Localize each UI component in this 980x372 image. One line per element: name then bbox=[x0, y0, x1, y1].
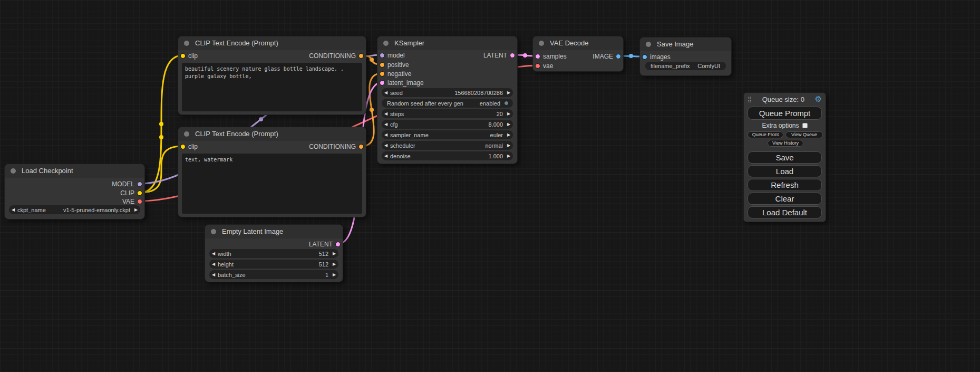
wire-midpoint-dot bbox=[370, 58, 374, 62]
sampler-name-widget[interactable]: ◀ sampler_name euler ▶ bbox=[382, 130, 513, 139]
input-slot-negative[interactable]: negative bbox=[377, 70, 517, 78]
increment-arrow-icon[interactable]: ▶ bbox=[330, 270, 338, 279]
negative-prompt-textarea[interactable]: text, watermark bbox=[182, 154, 362, 214]
steps-widget[interactable]: ◀ steps 20 ▶ bbox=[382, 109, 513, 118]
output-slot-latent[interactable]: LATENT bbox=[205, 241, 343, 248]
clear-button[interactable]: Clear bbox=[748, 193, 822, 205]
node-empty-latent-image[interactable]: Empty Latent Image LATENT ◀ width 512 ▶ … bbox=[205, 224, 343, 282]
node-title-bar[interactable]: VAE Decode bbox=[533, 36, 623, 50]
slot-dot-image[interactable] bbox=[642, 54, 647, 60]
node-title-bar[interactable]: CLIP Text Encode (Prompt) bbox=[178, 127, 366, 141]
decrement-arrow-icon[interactable]: ◀ bbox=[382, 109, 390, 118]
collapse-toggle-icon[interactable] bbox=[184, 41, 189, 46]
output-slot-vae[interactable]: VAE bbox=[5, 198, 144, 205]
seed-widget[interactable]: ◀ seed 156680208700286 ▶ bbox=[382, 88, 513, 97]
filename-prefix-widget[interactable]: filename_prefix ComfyUI bbox=[645, 62, 726, 70]
scheduler-widget[interactable]: ◀ scheduler normal ▶ bbox=[382, 141, 513, 150]
increment-arrow-icon[interactable]: ▶ bbox=[504, 130, 513, 139]
height-widget[interactable]: ◀ height 512 ▶ bbox=[209, 260, 338, 269]
increment-arrow-icon[interactable]: ▶ bbox=[504, 88, 513, 97]
increment-arrow-icon[interactable]: ▶ bbox=[330, 249, 338, 258]
slot-dot-vae[interactable] bbox=[137, 199, 142, 204]
extra-options-checkbox[interactable] bbox=[802, 123, 808, 128]
node-title-bar[interactable]: Load Checkpoint bbox=[5, 164, 144, 178]
decrement-arrow-icon[interactable]: ◀ bbox=[382, 141, 390, 150]
decrement-arrow-icon[interactable]: ◀ bbox=[382, 88, 390, 97]
increment-arrow-icon[interactable]: ▶ bbox=[132, 205, 140, 214]
output-slot-image[interactable]: IMAGE bbox=[533, 53, 623, 60]
save-button[interactable]: Save bbox=[748, 151, 822, 164]
output-slot-clip[interactable]: CLIP bbox=[5, 189, 144, 197]
decrement-arrow-icon[interactable]: ◀ bbox=[382, 120, 390, 129]
collapse-toggle-icon[interactable] bbox=[383, 41, 389, 46]
batch-size-widget[interactable]: ◀ batch_size 1 ▶ bbox=[209, 270, 338, 279]
widget-label: scheduler bbox=[390, 142, 415, 149]
node-clip-text-encode-positive[interactable]: CLIP Text Encode (Prompt) clip CONDITION… bbox=[178, 36, 366, 115]
view-history-button[interactable]: View History bbox=[768, 140, 803, 147]
increment-arrow-icon[interactable]: ▶ bbox=[504, 151, 513, 160]
settings-gear-icon[interactable]: ⚙ bbox=[815, 94, 822, 104]
node-title-bar[interactable]: Save Image bbox=[640, 37, 731, 51]
slot-dot-conditioning[interactable] bbox=[358, 144, 364, 149]
node-title-bar[interactable]: Empty Latent Image bbox=[205, 225, 343, 239]
collapse-toggle-icon[interactable] bbox=[184, 131, 189, 137]
increment-arrow-icon[interactable]: ▶ bbox=[504, 120, 513, 129]
node-title-bar[interactable]: CLIP Text Encode (Prompt) bbox=[178, 36, 366, 50]
view-queue-button[interactable]: View Queue bbox=[785, 131, 823, 138]
refresh-button[interactable]: Refresh bbox=[748, 179, 822, 191]
output-slot-model[interactable]: MODEL bbox=[5, 180, 144, 188]
random-seed-toggle-widget[interactable]: Random seed after every gen enabled bbox=[382, 99, 513, 108]
slot-dot-latent[interactable] bbox=[510, 53, 515, 58]
slot-dot-conditioning[interactable] bbox=[358, 53, 364, 59]
increment-arrow-icon[interactable]: ▶ bbox=[504, 141, 513, 150]
decrement-arrow-icon[interactable]: ◀ bbox=[209, 249, 218, 258]
collapse-toggle-icon[interactable] bbox=[539, 41, 544, 46]
decrement-arrow-icon[interactable]: ◀ bbox=[209, 270, 218, 279]
slot-dot-vae[interactable] bbox=[535, 63, 540, 69]
queue-prompt-button[interactable]: Queue Prompt bbox=[748, 107, 822, 120]
slot-dot-latent[interactable] bbox=[335, 242, 341, 247]
queue-menu-panel[interactable]: ⣿ Queue size: 0 ⚙ Queue Prompt Extra opt… bbox=[743, 92, 826, 222]
collapse-toggle-icon[interactable] bbox=[211, 229, 216, 234]
slot-dot-latent[interactable] bbox=[380, 80, 385, 85]
decrement-arrow-icon[interactable]: ◀ bbox=[382, 151, 390, 160]
output-slot-conditioning[interactable]: CONDITIONING bbox=[178, 143, 366, 150]
slot-dot-conditioning[interactable] bbox=[380, 62, 385, 68]
node-vae-decode[interactable]: VAE Decode samples vae IMAGE bbox=[532, 36, 624, 72]
input-slot-vae[interactable]: vae bbox=[533, 62, 623, 70]
queue-front-button[interactable]: Queue Front bbox=[748, 131, 783, 138]
node-graph-canvas[interactable]: Load Checkpoint MODEL CLIP VAE ◀ ckpt_na… bbox=[0, 0, 980, 372]
input-slot-latent-image[interactable]: latent_image bbox=[377, 79, 517, 87]
toggle-indicator-icon[interactable] bbox=[504, 101, 509, 106]
width-widget[interactable]: ◀ width 512 ▶ bbox=[209, 249, 338, 258]
ckpt-name-widget[interactable]: ◀ ckpt_name v1-5-pruned-emaonly.ckpt ▶ bbox=[9, 205, 140, 214]
cfg-widget[interactable]: ◀ cfg 8.000 ▶ bbox=[382, 120, 513, 129]
widget-value: 20 bbox=[495, 111, 504, 117]
slot-dot-image[interactable] bbox=[616, 54, 621, 59]
collapse-toggle-icon[interactable] bbox=[646, 42, 651, 47]
load-default-button[interactable]: Load Default bbox=[748, 206, 822, 218]
node-load-checkpoint[interactable]: Load Checkpoint MODEL CLIP VAE ◀ ckpt_na… bbox=[4, 164, 145, 220]
positive-prompt-textarea[interactable]: beautiful scenery nature glass bottle la… bbox=[182, 63, 362, 111]
slot-dot-model[interactable] bbox=[137, 182, 142, 187]
input-slot-positive[interactable]: positive bbox=[377, 61, 517, 69]
node-ksampler[interactable]: KSampler model positive negative latent_… bbox=[377, 36, 518, 164]
node-save-image[interactable]: Save Image images filename_prefix ComfyU… bbox=[639, 37, 732, 76]
decrement-arrow-icon[interactable]: ◀ bbox=[9, 205, 17, 214]
output-slot-latent[interactable]: LATENT bbox=[377, 52, 517, 59]
increment-arrow-icon[interactable]: ▶ bbox=[504, 109, 513, 118]
load-button[interactable]: Load bbox=[748, 165, 822, 177]
input-slot-images[interactable]: images bbox=[640, 53, 731, 61]
output-slot-conditioning[interactable]: CONDITIONING bbox=[178, 52, 366, 60]
slot-label: CONDITIONING bbox=[309, 52, 356, 60]
slot-dot-conditioning[interactable] bbox=[380, 71, 385, 77]
slot-dot-clip[interactable] bbox=[137, 190, 142, 196]
node-title-bar[interactable]: KSampler bbox=[377, 36, 517, 50]
collapse-toggle-icon[interactable] bbox=[11, 168, 16, 174]
denoise-widget[interactable]: ◀ denoise 1.000 ▶ bbox=[382, 151, 513, 160]
drag-handle-icon[interactable]: ⣿ bbox=[748, 96, 752, 103]
increment-arrow-icon[interactable]: ▶ bbox=[330, 260, 338, 269]
decrement-arrow-icon[interactable]: ◀ bbox=[209, 260, 218, 269]
decrement-arrow-icon[interactable]: ◀ bbox=[382, 130, 390, 139]
node-clip-text-encode-negative[interactable]: CLIP Text Encode (Prompt) clip CONDITION… bbox=[178, 127, 366, 217]
